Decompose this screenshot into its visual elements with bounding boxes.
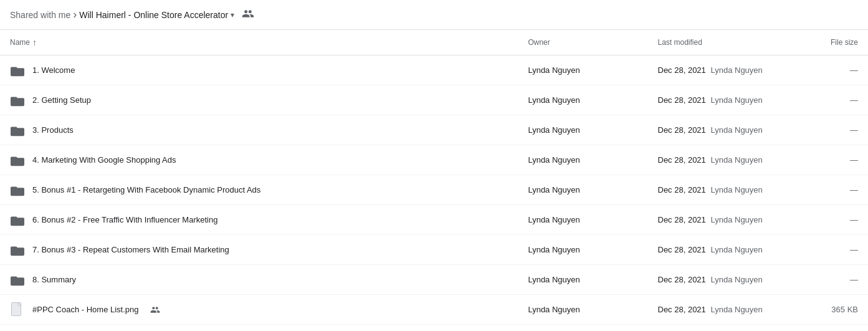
file-name[interactable]: 8. Summary [32,275,76,284]
folder-icon [10,123,25,138]
column-header-file-size[interactable]: File size [821,30,868,55]
file-modified-by: Lynda Nguyen [710,245,762,254]
breadcrumb-current-folder: Will Haimerl - Online Store Accelerator … [79,10,234,20]
file-owner: Lynda Nguyen [518,115,647,145]
file-owner: Lynda Nguyen [518,55,647,85]
table-row[interactable]: #PPC Coach - Home List.png Lynda Nguyen … [0,295,868,325]
breadcrumb-folder-name[interactable]: Will Haimerl - Online Store Accelerator [79,10,228,20]
file-modified-by: Lynda Nguyen [710,185,762,194]
file-modified: Dec 28, 2021 Lynda Nguyen [648,235,821,265]
sort-ascending-icon: ↑ [32,37,37,47]
file-owner: Lynda Nguyen [518,295,647,325]
file-size: — [821,145,868,175]
file-icon [10,302,25,317]
file-modified: Dec 28, 2021 Lynda Nguyen [648,55,821,85]
file-name-cell: 7. Bonus #3 - Repeat Customers With Emai… [0,235,518,265]
column-header-name[interactable]: Name ↑ [0,30,518,55]
file-modified-by: Lynda Nguyen [710,215,762,224]
table-row[interactable]: 3. Products Lynda Nguyen Dec 28, 2021 Ly… [0,115,868,145]
file-size: — [821,85,868,115]
file-owner: Lynda Nguyen [518,205,647,235]
file-modified-by: Lynda Nguyen [710,65,762,75]
table-row[interactable]: 1. Welcome Lynda Nguyen Dec 28, 2021 Lyn… [0,55,868,85]
column-header-last-modified[interactable]: Last modified [648,30,821,55]
breadcrumb-people-icon[interactable] [242,7,254,22]
file-modified-by: Lynda Nguyen [710,125,762,135]
file-modified: Dec 28, 2021 Lynda Nguyen [648,145,821,175]
file-modified-by: Lynda Nguyen [710,305,762,314]
table-row[interactable]: 8. Summary Lynda Nguyen Dec 28, 2021 Lyn… [0,265,868,295]
file-modified: Dec 28, 2021 Lynda Nguyen [648,115,821,145]
file-owner: Lynda Nguyen [518,145,647,175]
file-name[interactable]: 6. Bonus #2 - Free Traffic With Influenc… [32,215,217,224]
file-modified: Dec 28, 2021 Lynda Nguyen [648,295,821,325]
file-name[interactable]: 5. Bonus #1 - Retargeting With Facebook … [32,185,260,194]
folder-icon [10,272,25,287]
file-size: — [821,265,868,295]
breadcrumb: Shared with me › Will Haimerl - Online S… [0,0,868,30]
table-row[interactable]: 2. Getting Setup Lynda Nguyen Dec 28, 20… [0,85,868,115]
file-name[interactable]: 1. Welcome [32,65,75,75]
file-modified-by: Lynda Nguyen [710,95,762,105]
file-size: — [821,55,868,85]
file-size: — [821,235,868,265]
breadcrumb-shared-with-me[interactable]: Shared with me [10,10,70,20]
breadcrumb-dropdown-icon[interactable]: ▾ [231,11,234,19]
file-name-cell: 3. Products [0,115,518,145]
folder-icon [10,242,25,257]
table-row[interactable]: 4. Marketing With Google Shopping Ads Ly… [0,145,868,175]
file-name[interactable]: 7. Bonus #3 - Repeat Customers With Emai… [32,245,229,254]
file-name-cell: #PPC Coach - Home List.png [0,295,518,325]
file-name[interactable]: 3. Products [32,125,74,135]
file-modified: Dec 28, 2021 Lynda Nguyen [648,85,821,115]
breadcrumb-separator: › [73,8,77,21]
file-name-cell: 1. Welcome [0,55,518,85]
file-owner: Lynda Nguyen [518,235,647,265]
file-name[interactable]: #PPC Coach - Home List.png [32,305,139,314]
file-name[interactable]: 2. Getting Setup [32,95,91,105]
shared-icon [150,304,160,315]
file-size: — [821,115,868,145]
file-modified: Dec 28, 2021 Lynda Nguyen [648,175,821,205]
file-modified: Dec 28, 2021 Lynda Nguyen [648,265,821,295]
column-header-owner[interactable]: Owner [518,30,647,55]
file-owner: Lynda Nguyen [518,85,647,115]
folder-icon [10,63,25,78]
file-modified-by: Lynda Nguyen [710,155,762,165]
file-name-cell: 6. Bonus #2 - Free Traffic With Influenc… [0,205,518,235]
file-name-cell: 4. Marketing With Google Shopping Ads [0,145,518,175]
table-row[interactable]: 7. Bonus #3 - Repeat Customers With Emai… [0,235,868,265]
file-modified-by: Lynda Nguyen [710,275,762,284]
table-row[interactable]: 5. Bonus #1 - Retargeting With Facebook … [0,175,868,205]
file-table: Name ↑ Owner Last modified File size 1. … [0,30,868,325]
file-name[interactable]: 4. Marketing With Google Shopping Ads [32,155,176,165]
file-owner: Lynda Nguyen [518,175,647,205]
file-size: 365 KB [821,295,868,325]
folder-icon [10,153,25,168]
folder-icon [10,93,25,108]
file-size: — [821,205,868,235]
file-name-cell: 5. Bonus #1 - Retargeting With Facebook … [0,175,518,205]
file-size: — [821,175,868,205]
file-modified: Dec 28, 2021 Lynda Nguyen [648,205,821,235]
table-row[interactable]: 6. Bonus #2 - Free Traffic With Influenc… [0,205,868,235]
file-name-cell: 8. Summary [0,265,518,295]
folder-icon [10,213,25,228]
file-owner: Lynda Nguyen [518,265,647,295]
folder-icon [10,183,25,198]
file-name-cell: 2. Getting Setup [0,85,518,115]
